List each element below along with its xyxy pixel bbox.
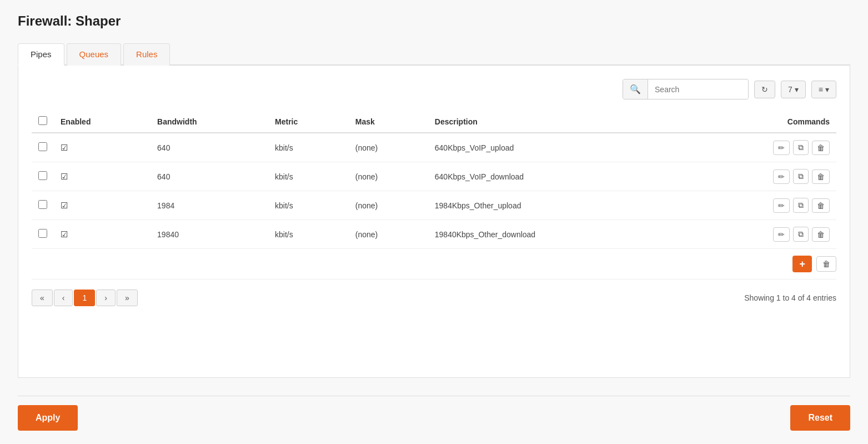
bandwidth-cell-3: 19840	[150, 220, 268, 249]
next-page-button[interactable]: ›	[96, 290, 116, 306]
tab-pipes[interactable]: Pipes	[18, 43, 64, 66]
row-checkbox-3[interactable]	[38, 229, 47, 238]
toolbar: 🔍 ↻ 7 ▾ ≡ ▾	[32, 79, 836, 99]
delete-button-2[interactable]: 🗑	[812, 198, 830, 213]
header-mask: Mask	[349, 111, 428, 133]
table-row: ☑ 1984 kbit/s (none) 1984Kbps_Other_uplo…	[32, 191, 836, 220]
delete-button-1[interactable]: 🗑	[812, 169, 830, 184]
row-checkbox-2[interactable]	[38, 200, 47, 209]
columns-dropdown-button[interactable]: ≡ ▾	[811, 81, 836, 98]
bandwidth-cell-0: 640	[150, 133, 268, 162]
table-row: ☑ 640 kbit/s (none) 640Kbps_VoIP_downloa…	[32, 162, 836, 191]
mask-cell-3: (none)	[349, 220, 428, 249]
description-cell-0: 640Kbps_VoIP_upload	[428, 133, 681, 162]
delete-button-0[interactable]: 🗑	[812, 141, 830, 155]
pagination: « ‹ 1 › »	[32, 290, 138, 306]
edit-button-0[interactable]: ✏	[773, 141, 790, 155]
mask-cell-1: (none)	[349, 162, 428, 191]
mask-cell-0: (none)	[349, 133, 428, 162]
table-row: ☑ 19840 kbit/s (none) 19840Kbps_Other_do…	[32, 220, 836, 249]
commands-cell-3: ✏ ⧉ 🗑	[688, 227, 830, 242]
columns-icon: ≡	[819, 85, 823, 94]
enabled-check-0: ☑	[61, 143, 68, 153]
table-row: ☑ 640 kbit/s (none) 640Kbps_VoIP_upload …	[32, 133, 836, 162]
bandwidth-cell-1: 640	[150, 162, 268, 191]
header-description: Description	[428, 111, 681, 133]
main-content: 🔍 ↻ 7 ▾ ≡ ▾ Enabled Bandwidth	[18, 66, 850, 378]
metric-cell-2: kbit/s	[268, 191, 349, 220]
refresh-button[interactable]: ↻	[754, 81, 775, 98]
edit-button-3[interactable]: ✏	[773, 227, 790, 242]
entries-text: Showing 1 to 4 of 4 entries	[744, 293, 836, 302]
tabs-bar: Pipes Queues Rules	[18, 42, 850, 66]
tab-rules[interactable]: Rules	[123, 43, 170, 66]
mask-cell-2: (none)	[349, 191, 428, 220]
description-cell-2: 1984Kbps_Other_upload	[428, 191, 681, 220]
search-icon-button[interactable]: 🔍	[623, 79, 648, 99]
count-dropdown-button[interactable]: 7 ▾	[781, 81, 806, 98]
description-cell-3: 19840Kbps_Other_download	[428, 220, 681, 249]
enabled-check-3: ☑	[61, 230, 68, 240]
header-metric: Metric	[268, 111, 349, 133]
copy-button-1[interactable]: ⧉	[793, 169, 809, 184]
last-page-button[interactable]: »	[117, 290, 138, 306]
enabled-check-2: ☑	[61, 201, 68, 211]
delete-selected-button[interactable]: 🗑	[816, 256, 836, 272]
copy-button-3[interactable]: ⧉	[793, 227, 809, 242]
reset-button[interactable]: Reset	[790, 405, 850, 431]
copy-button-0[interactable]: ⧉	[793, 140, 809, 155]
select-all-checkbox[interactable]	[38, 116, 47, 125]
add-delete-row: + 🗑	[32, 249, 836, 280]
count-label: 7	[788, 85, 792, 94]
row-checkbox-1[interactable]	[38, 171, 47, 180]
edit-button-1[interactable]: ✏	[773, 169, 790, 184]
add-button[interactable]: +	[792, 256, 812, 272]
metric-cell-3: kbit/s	[268, 220, 349, 249]
header-enabled: Enabled	[54, 111, 150, 133]
bandwidth-cell-2: 1984	[150, 191, 268, 220]
description-cell-1: 640Kbps_VoIP_download	[428, 162, 681, 191]
copy-button-2[interactable]: ⧉	[793, 198, 809, 213]
bottom-bar: Apply Reset	[18, 396, 850, 431]
pagination-row: « ‹ 1 › » Showing 1 to 4 of 4 entries	[32, 280, 836, 310]
search-input[interactable]	[648, 81, 748, 98]
current-page-button[interactable]: 1	[74, 290, 95, 306]
commands-cell-2: ✏ ⧉ 🗑	[688, 198, 830, 213]
enabled-check-1: ☑	[61, 172, 68, 182]
commands-cell-0: ✏ ⧉ 🗑	[688, 140, 830, 155]
row-checkbox-0[interactable]	[38, 142, 47, 151]
chevron-down-icon-2: ▾	[825, 85, 829, 94]
first-page-button[interactable]: «	[32, 290, 53, 306]
header-select-all	[32, 111, 54, 133]
page-title: Firewall: Shaper	[18, 13, 850, 29]
chevron-down-icon: ▾	[795, 85, 799, 94]
search-box: 🔍	[623, 79, 749, 99]
header-bandwidth: Bandwidth	[150, 111, 268, 133]
metric-cell-1: kbit/s	[268, 162, 349, 191]
header-commands: Commands	[681, 111, 836, 133]
apply-button[interactable]: Apply	[18, 405, 78, 431]
tab-queues[interactable]: Queues	[67, 43, 122, 66]
delete-button-3[interactable]: 🗑	[812, 227, 830, 242]
commands-cell-1: ✏ ⧉ 🗑	[688, 169, 830, 184]
pipes-table: Enabled Bandwidth Metric Mask Descriptio…	[32, 111, 836, 249]
edit-button-2[interactable]: ✏	[773, 198, 790, 213]
prev-page-button[interactable]: ‹	[54, 290, 73, 306]
metric-cell-0: kbit/s	[268, 133, 349, 162]
